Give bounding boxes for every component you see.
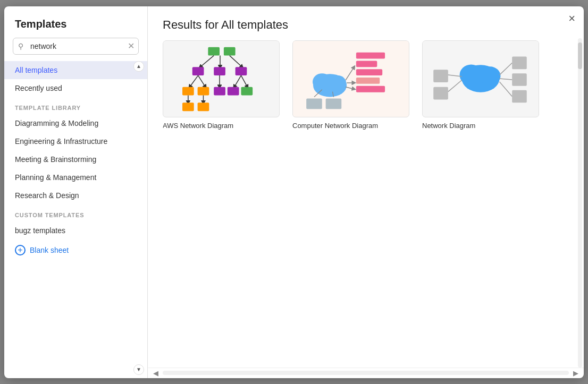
svg-point-41 — [480, 66, 500, 86]
svg-rect-6 — [214, 67, 225, 75]
custom-templates-section-label: CUSTOM TEMPLATES — [4, 204, 147, 221]
template-thumb-aws — [163, 40, 280, 117]
sidebar-item-meeting[interactable]: Meeting & Brainstorming — [4, 150, 147, 168]
svg-rect-13 — [182, 87, 194, 95]
svg-line-49 — [500, 81, 513, 96]
template-card-aws[interactable]: AWS Network Diagram — [163, 40, 280, 130]
scroll-left-arrow[interactable]: ◀ — [153, 369, 158, 377]
blank-sheet-label: Blank sheet — [30, 246, 69, 254]
sidebar: Templates ⚲ ✕ ▲ All templates Recently u… — [4, 6, 148, 378]
search-input[interactable] — [13, 38, 139, 55]
svg-rect-16 — [228, 87, 239, 95]
svg-line-48 — [500, 79, 513, 80]
svg-rect-7 — [236, 67, 247, 75]
sidebar-item-engineering[interactable]: Engineering & Infrastructure — [4, 132, 147, 150]
search-clear-button[interactable]: ✕ — [128, 42, 135, 50]
template-library-section-label: TEMPLATE LIBRARY — [4, 97, 147, 114]
template-thumb-network — [422, 40, 539, 117]
svg-line-11 — [234, 75, 241, 87]
svg-point-28 — [313, 73, 332, 90]
svg-rect-17 — [241, 87, 253, 95]
main-content: AWS Network Diagram — [148, 40, 584, 368]
template-name-network: Network Diagram — [422, 122, 539, 130]
svg-line-32 — [346, 87, 354, 89]
svg-line-9 — [198, 75, 206, 87]
svg-point-40 — [460, 64, 483, 85]
svg-rect-21 — [198, 103, 209, 111]
close-button[interactable]: × — [568, 13, 575, 24]
svg-rect-23 — [356, 61, 377, 67]
svg-rect-20 — [182, 103, 194, 111]
svg-rect-0 — [208, 47, 220, 55]
right-scrollbar[interactable] — [576, 38, 584, 368]
sidebar-item-bugz[interactable]: bugz templates — [4, 221, 147, 240]
blank-sheet-button[interactable]: + Blank sheet — [4, 240, 79, 261]
svg-rect-44 — [512, 90, 527, 103]
sidebar-item-planning[interactable]: Planning & Management — [4, 168, 147, 186]
svg-rect-25 — [356, 78, 380, 84]
svg-rect-38 — [433, 87, 448, 99]
template-thumb-computer — [292, 40, 409, 117]
sidebar-item-research[interactable]: Research & Design — [4, 186, 147, 204]
scroll-down-arrow[interactable]: ▼ — [133, 364, 144, 375]
svg-rect-43 — [512, 73, 527, 86]
sidebar-scroll: ▲ All templates Recently used TEMPLATE L… — [4, 61, 147, 378]
svg-rect-42 — [512, 56, 527, 69]
svg-rect-33 — [306, 98, 322, 109]
svg-line-30 — [346, 67, 354, 80]
sidebar-title: Templates — [4, 6, 147, 38]
svg-point-29 — [330, 75, 347, 90]
bottom-scrollbar-track[interactable] — [163, 371, 569, 375]
svg-rect-22 — [356, 52, 385, 58]
sidebar-item-all-templates[interactable]: All templates — [4, 61, 147, 79]
svg-line-12 — [241, 75, 247, 87]
svg-rect-24 — [356, 69, 382, 75]
svg-line-3 — [230, 55, 242, 67]
svg-rect-34 — [326, 98, 342, 109]
modal: × Templates ⚲ ✕ ▲ All templates Recently… — [4, 6, 584, 378]
svg-line-2 — [200, 55, 214, 67]
bottom-bar: ◀ ▶ — [148, 368, 584, 378]
svg-line-46 — [448, 80, 462, 91]
scroll-right-arrow[interactable]: ▶ — [573, 369, 578, 377]
template-name-aws: AWS Network Diagram — [163, 122, 280, 130]
template-card-computer[interactable]: Computer Network Diagram — [292, 40, 409, 130]
sidebar-item-recently-used[interactable]: Recently used — [4, 79, 147, 97]
svg-rect-15 — [214, 87, 225, 95]
right-scrollbar-thumb — [578, 42, 582, 69]
plus-circle-icon: + — [15, 245, 26, 255]
svg-rect-5 — [192, 67, 204, 75]
sidebar-item-diagramming[interactable]: Diagramming & Modeling — [4, 114, 147, 132]
svg-rect-37 — [433, 70, 448, 82]
svg-line-8 — [190, 75, 198, 87]
svg-line-47 — [500, 63, 513, 75]
template-name-computer: Computer Network Diagram — [292, 122, 409, 130]
main-panel: Results for All templates — [148, 6, 584, 378]
templates-grid: AWS Network Diagram — [163, 40, 569, 130]
search-box: ⚲ ✕ — [13, 38, 139, 55]
scroll-up-arrow[interactable]: ▲ — [133, 61, 144, 72]
svg-rect-26 — [356, 86, 385, 92]
template-card-network[interactable]: Network Diagram — [422, 40, 539, 130]
modal-overlay: × Templates ⚲ ✕ ▲ All templates Recently… — [0, 0, 588, 384]
svg-rect-14 — [198, 87, 209, 95]
results-title: Results for All templates — [148, 6, 584, 40]
svg-rect-1 — [224, 47, 236, 55]
